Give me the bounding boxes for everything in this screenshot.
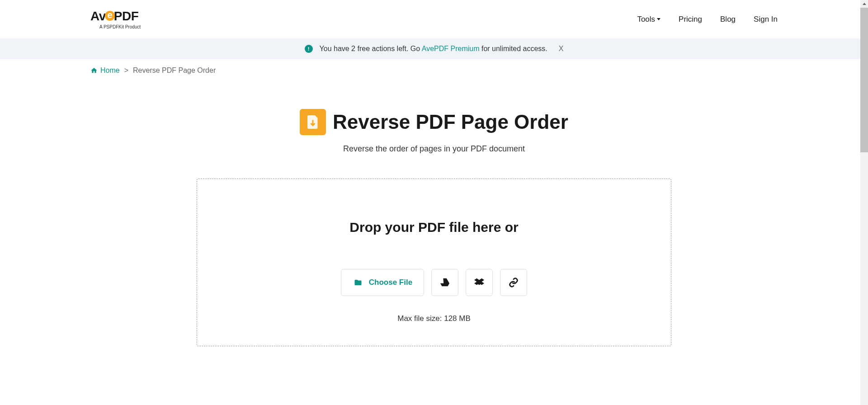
scrollbar-thumb[interactable] bbox=[860, 8, 868, 152]
logo-text: AvPDF bbox=[90, 9, 138, 24]
nav-blog[interactable]: Blog bbox=[720, 15, 736, 24]
banner: ! You have 2 free actions left. Go AvePD… bbox=[0, 38, 868, 59]
max-file-size: Max file size: 128 MB bbox=[215, 314, 653, 323]
choose-file-button[interactable]: Choose File bbox=[341, 269, 424, 296]
page-title-row: Reverse PDF Page Order bbox=[0, 109, 868, 135]
breadcrumb: Home > Reverse PDF Page Order bbox=[0, 59, 868, 82]
premium-link[interactable]: AvePDF Premium bbox=[422, 45, 480, 52]
nav-signin[interactable]: Sign In bbox=[754, 15, 778, 24]
drop-text: Drop your PDF file here or bbox=[215, 220, 653, 235]
logo-e-icon bbox=[105, 11, 115, 21]
breadcrumb-separator: > bbox=[124, 66, 128, 75]
choose-file-label: Choose File bbox=[369, 278, 412, 287]
scrollbar-up-icon[interactable] bbox=[860, 0, 868, 8]
nav: Tools Pricing Blog Sign In bbox=[637, 15, 778, 24]
link-icon bbox=[509, 278, 519, 287]
google-drive-button[interactable] bbox=[431, 269, 458, 296]
dropbox-icon bbox=[473, 278, 485, 287]
scrollbar[interactable] bbox=[860, 0, 868, 405]
folder-icon bbox=[353, 278, 363, 287]
nav-tools-label: Tools bbox=[637, 15, 655, 24]
banner-text: You have 2 free actions left. Go AvePDF … bbox=[320, 45, 547, 53]
chevron-down-icon bbox=[657, 18, 660, 20]
info-icon: ! bbox=[305, 45, 313, 53]
logo-subtitle: A PSPDFKit Product bbox=[99, 24, 141, 29]
dropzone[interactable]: Drop your PDF file here or Choose File M… bbox=[197, 179, 671, 346]
reverse-page-icon bbox=[300, 109, 326, 135]
close-icon[interactable]: X bbox=[559, 45, 564, 53]
dropbox-button[interactable] bbox=[466, 269, 493, 296]
breadcrumb-current: Reverse PDF Page Order bbox=[133, 66, 216, 75]
page-subtitle: Reverse the order of pages in your PDF d… bbox=[0, 144, 868, 154]
page-title: Reverse PDF Page Order bbox=[333, 111, 568, 133]
nav-tools[interactable]: Tools bbox=[637, 15, 660, 24]
header: AvPDF A PSPDFKit Product Tools Pricing B… bbox=[0, 0, 868, 38]
home-icon bbox=[90, 67, 98, 74]
google-drive-icon bbox=[439, 278, 450, 287]
nav-pricing[interactable]: Pricing bbox=[679, 15, 702, 24]
logo[interactable]: AvPDF A PSPDFKit Product bbox=[90, 9, 141, 29]
url-button[interactable] bbox=[500, 269, 527, 296]
upload-buttons: Choose File bbox=[215, 269, 653, 296]
breadcrumb-home[interactable]: Home bbox=[90, 66, 120, 75]
